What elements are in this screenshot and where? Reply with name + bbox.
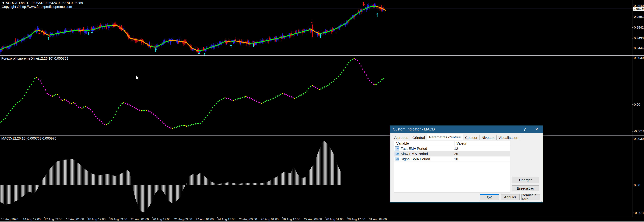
- remise-a-zero-button[interactable]: Remise a zéro: [522, 194, 540, 200]
- resize-grip[interactable]: [541, 200, 542, 202]
- param-label: Slow EMA Period: [401, 152, 428, 156]
- copyright-text: Copyright © http://www.forexprofitsuprem…: [2, 5, 72, 9]
- charger-button[interactable]: Charger: [512, 177, 539, 183]
- time-axis-label: 19 Aug 09:00: [109, 218, 127, 221]
- price-axis-label: 0.00: [634, 183, 640, 187]
- time-axis-label: 28 Aug 17:00: [347, 218, 365, 221]
- table-header: Variable Valeur: [394, 141, 510, 146]
- dialog-titlebar[interactable]: Custom Indicator - MACD ? ✕: [390, 126, 543, 133]
- symbol-title: ▼ AUDCAD.bn,H1 0.96337 0.96424 0.96270 0…: [2, 1, 83, 5]
- ma-line: [0, 6, 386, 51]
- dialog-tabs: A propos Général Parametres d'entrée Cou…: [392, 135, 520, 140]
- price-axis-label: 0.00: [634, 103, 640, 106]
- time-axis-label: 21 Aug 09:00: [174, 218, 192, 221]
- param-label: Fast EMA Period: [401, 147, 427, 151]
- macd-histogram: [0, 141, 340, 212]
- tab-general[interactable]: Général: [410, 135, 427, 140]
- dline-indicator-label: ForexprofitsupremeDline(12,26,10) 0.0007…: [1, 57, 68, 61]
- time-axis-label: 20 Aug 01:00: [131, 218, 149, 221]
- time-axis-label: 18 Aug 01:00: [66, 218, 84, 221]
- column-header-valeur: Valeur: [454, 141, 510, 146]
- mt4-chart-window: ▼ AUDCAD.bn,H1 0.96337 0.96424 0.96270 0…: [0, 0, 644, 222]
- time-axis-label: 17 Aug 09:00: [44, 218, 62, 221]
- table-row[interactable]: 123Fast EMA Period 12: [394, 146, 510, 151]
- price-axis-label: 0.003097: [634, 137, 644, 141]
- time-axis-label: 25 Aug 09:00: [239, 218, 257, 221]
- price-axis-label: 0.94440: [634, 46, 644, 50]
- price-axis-label: 0.94930: [634, 37, 644, 40]
- ok-button[interactable]: OK: [480, 194, 499, 200]
- numeric-type-icon: 123: [395, 152, 399, 156]
- dialog-title: Custom Indicator - MACD: [393, 127, 435, 131]
- dline-dots: [0, 58, 384, 129]
- time-axis-label: 27 Aug 09:00: [304, 218, 322, 221]
- time-axis-label: 26 Aug 17:00: [282, 218, 300, 221]
- price-axis-label: 0.003097: [634, 56, 644, 60]
- time-axis-label: 28 Aug 01:00: [326, 218, 344, 221]
- tab-parametres-entree[interactable]: Parametres d'entrée: [427, 134, 463, 140]
- tab-a-propos[interactable]: A propos: [392, 135, 410, 140]
- time-axis-label: 24 Aug 17:00: [218, 218, 235, 221]
- tab-niveaux[interactable]: Niveaux: [480, 135, 496, 140]
- time-axis-label: 20 Aug 17:00: [152, 218, 170, 221]
- table-row[interactable]: 123Signal SMA Period 10: [394, 156, 510, 162]
- param-value[interactable]: 26: [452, 152, 510, 156]
- symbol-dropdown-icon[interactable]: ▼: [2, 1, 5, 5]
- time-axis-label: 18 Aug 17:00: [88, 218, 106, 221]
- column-header-variable: Variable: [394, 141, 454, 146]
- help-icon[interactable]: ?: [520, 126, 530, 133]
- tab-couleur[interactable]: Couleur: [463, 135, 480, 140]
- parameters-table: Variable Valeur 123Fast EMA Period 12 12…: [394, 141, 510, 192]
- time-axis-label: 26 Aug 01:00: [261, 218, 278, 221]
- close-icon[interactable]: ✕: [532, 126, 542, 133]
- numeric-type-icon: 123: [395, 146, 399, 151]
- window-bottom-edge: [0, 221, 644, 222]
- chart-canvas[interactable]: [0, 0, 644, 222]
- price-axis-label: 0.95915: [634, 15, 644, 19]
- annuler-button[interactable]: Annuler: [501, 194, 520, 200]
- macd-indicator-label: MACD(12,26,10) 0.000769 0.000976: [1, 136, 56, 140]
- custom-indicator-dialog: Custom Indicator - MACD ? ✕ A propos Gén…: [390, 125, 543, 202]
- time-axis-label: 31 Aug 09:00: [369, 218, 387, 221]
- param-label: Signal SMA Period: [401, 157, 430, 161]
- param-value[interactable]: 10: [452, 157, 510, 161]
- tab-visualisation[interactable]: Visualisation: [496, 135, 520, 140]
- time-axis-label: 14 Aug 17:00: [23, 218, 40, 221]
- param-value[interactable]: 12: [452, 147, 510, 151]
- price-axis-label: -0.001985: [634, 211, 644, 215]
- enregistrer-button[interactable]: Enregistrer: [512, 185, 539, 191]
- mouse-cursor: [136, 75, 140, 82]
- current-price-label: 0.96289: [633, 7, 644, 11]
- symbol-ohlc-text: AUDCAD.bn,H1 0.96337 0.96424 0.96270 0.9…: [6, 1, 83, 5]
- price-axis-label: 0.95425: [634, 26, 644, 29]
- time-axis-label: 24 Aug 01:00: [196, 218, 214, 221]
- numeric-type-icon: 123: [395, 157, 399, 161]
- table-row[interactable]: 123Slow EMA Period 26: [394, 151, 510, 156]
- price-axis-label: -0.001985: [634, 129, 644, 133]
- time-axis-label: 14 Aug 2020: [1, 218, 18, 221]
- candles: [0, 3, 385, 54]
